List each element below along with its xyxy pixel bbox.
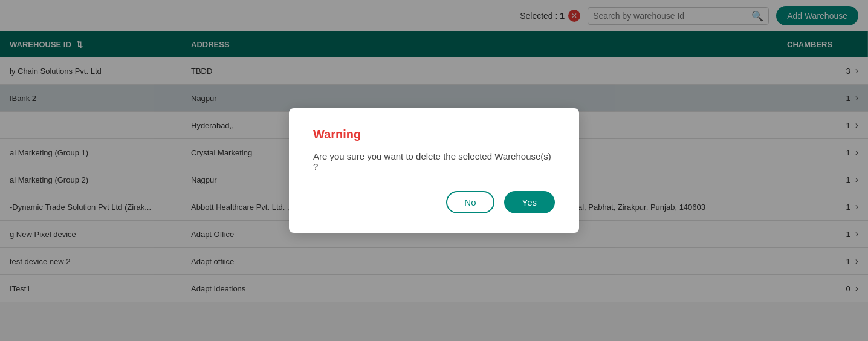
modal-overlay: Warning Are you sure you want to delete …	[0, 0, 868, 302]
warning-modal: Warning Are you sure you want to delete …	[289, 108, 579, 233]
yes-button[interactable]: Yes	[504, 191, 555, 213]
modal-message: Are you sure you want to delete the sele…	[313, 151, 555, 172]
no-button[interactable]: No	[446, 191, 494, 213]
modal-actions: No Yes	[313, 191, 555, 213]
modal-title: Warning	[313, 128, 555, 141]
